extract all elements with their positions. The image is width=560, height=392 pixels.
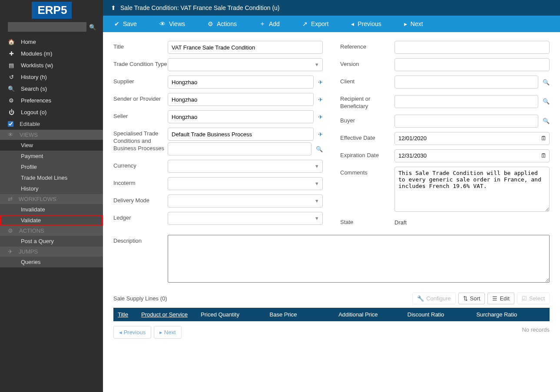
delivery-select[interactable]	[168, 194, 323, 208]
plane-icon[interactable]: ✈	[318, 114, 323, 120]
search-icon[interactable]: 🔍	[543, 98, 550, 105]
th-surch: Surcharge Ratio	[476, 311, 545, 318]
power-icon: ⏻	[8, 109, 15, 115]
pager-previous[interactable]: ◂ Previous	[113, 326, 151, 339]
nav-home[interactable]: 🏠Home	[0, 36, 103, 48]
next-button[interactable]: ▸Next	[393, 16, 434, 32]
label-buyer: Buyer	[340, 115, 394, 128]
view-payment[interactable]: Payment	[0, 151, 103, 161]
sidebar: ERP5 🔍 🏠Home ✚Modules (m) ▤Worklists (w)…	[0, 0, 103, 392]
edit-button[interactable]: ☰Edit	[487, 293, 514, 304]
calendar-icon[interactable]: 🗓	[541, 152, 547, 159]
actions-button[interactable]: ⚙Actions	[196, 16, 248, 32]
previous-button[interactable]: ◂Previous	[340, 16, 392, 32]
th-pqty: Priced Quantity	[201, 311, 270, 318]
pager-next[interactable]: ▸ Next	[154, 326, 181, 339]
label-comments: Comments	[340, 167, 394, 212]
home-icon: 🏠	[8, 39, 15, 45]
export-button[interactable]: ↗Export	[291, 16, 340, 32]
buyer-input[interactable]	[394, 115, 538, 128]
sort-button[interactable]: ⇅Sort	[458, 293, 485, 304]
jump-queries[interactable]: Queries	[0, 257, 103, 267]
main: ⬆ Sale Trade Condition: VAT France Sale …	[103, 0, 560, 392]
label-incoterm: Incoterm	[113, 177, 168, 190]
sidebar-search-input[interactable]	[8, 22, 86, 32]
plane-icon[interactable]: ✈	[318, 79, 323, 86]
nav-worklists[interactable]: ▤Worklists (w)	[0, 59, 103, 71]
list-icon: ☰	[492, 295, 497, 302]
label-spec: Specialised Trade Conditions and Busines…	[113, 128, 168, 155]
label-sender: Sender or Provider	[113, 93, 168, 106]
comments-textarea[interactable]: This Sale Trade Condition will be applie…	[394, 167, 550, 212]
ledger-select[interactable]	[168, 212, 323, 225]
nav-logout[interactable]: ⏻Logout (o)	[0, 106, 103, 118]
check-icon: ✔	[114, 20, 119, 27]
label-client: Client	[340, 76, 394, 89]
label-supplier: Supplier	[113, 76, 168, 89]
recipient-input[interactable]	[394, 95, 538, 108]
cogs-icon: ⚙	[8, 227, 13, 234]
th-title[interactable]: Title	[118, 311, 128, 318]
actions-header: ⚙ACTIONS	[0, 226, 103, 236]
view-profile[interactable]: Profile	[0, 161, 103, 172]
sliders-icon: ⚙	[8, 97, 15, 104]
puzzle-icon: ✚	[8, 50, 15, 57]
sort-icon: ⇅	[463, 295, 468, 302]
th-product[interactable]: Product or Service	[141, 311, 188, 318]
label-version: Version	[340, 58, 394, 71]
workflow-validate[interactable]: Validate	[0, 215, 103, 226]
nav-editable[interactable]: Editable	[0, 118, 103, 130]
client-input[interactable]	[394, 76, 538, 89]
search-icon[interactable]: 🔍	[543, 118, 550, 124]
calendar-icon[interactable]: 🗓	[541, 135, 547, 142]
reference-input[interactable]	[394, 41, 550, 54]
views-header: 👁VIEWS	[0, 130, 103, 140]
plane-icon[interactable]: ✈	[318, 131, 323, 138]
expdate-input[interactable]	[394, 149, 550, 162]
plane-icon[interactable]: ✈	[318, 96, 323, 103]
label-reference: Reference	[340, 41, 394, 54]
save-button[interactable]: ✔Save	[103, 16, 148, 32]
nav-history[interactable]: ↺History (h)	[0, 71, 103, 83]
nav-search[interactable]: 🔍Search (s)	[0, 83, 103, 95]
view-view[interactable]: View	[0, 140, 103, 151]
incoterm-select[interactable]	[168, 177, 323, 190]
sender-input[interactable]	[168, 93, 314, 106]
label-ledger: Ledger	[113, 212, 168, 225]
label-tctype: Trade Condition Type	[113, 58, 168, 71]
view-trade-model-lines[interactable]: Trade Model Lines	[0, 172, 103, 183]
configure-button: 🔧Configure	[412, 293, 455, 304]
spec-input-1[interactable]	[168, 128, 314, 141]
supplier-input[interactable]	[168, 76, 314, 89]
th-base: Base Price	[270, 311, 339, 318]
state-value: Draft	[394, 217, 407, 226]
nav-modules[interactable]: ✚Modules (m)	[0, 48, 103, 59]
up-icon[interactable]: ⬆	[111, 4, 116, 11]
editable-checkbox[interactable]	[8, 121, 13, 127]
action-post-query[interactable]: Post a Query	[0, 236, 103, 247]
share-icon: ↗	[302, 20, 308, 27]
seller-input[interactable]	[168, 110, 314, 123]
effdate-input[interactable]	[394, 132, 550, 145]
description-textarea[interactable]	[168, 235, 550, 283]
spec-input-2[interactable]	[168, 142, 311, 155]
nav-preferences[interactable]: ⚙Preferences	[0, 95, 103, 106]
title-input[interactable]	[168, 41, 323, 54]
search-icon[interactable]: 🔍	[89, 24, 96, 30]
logo: ERP5	[32, 2, 72, 19]
tctype-select[interactable]	[168, 58, 323, 71]
caret-left-icon: ◂	[351, 20, 354, 27]
label-expdate: Expiration Date	[340, 149, 394, 162]
label-title: Title	[113, 41, 168, 54]
wrench-icon: 🔧	[417, 295, 424, 302]
add-button[interactable]: ＋Add	[248, 16, 291, 32]
search-icon[interactable]: 🔍	[543, 79, 550, 86]
views-button[interactable]: 👁Views	[148, 16, 196, 32]
search-icon[interactable]: 🔍	[316, 146, 323, 152]
view-history[interactable]: History	[0, 183, 103, 194]
currency-select[interactable]	[168, 160, 323, 173]
search-icon: 🔍	[8, 86, 15, 92]
check-icon: ☑	[522, 295, 527, 302]
version-input[interactable]	[394, 58, 550, 71]
workflow-invalidate[interactable]: Invalidate	[0, 204, 103, 215]
